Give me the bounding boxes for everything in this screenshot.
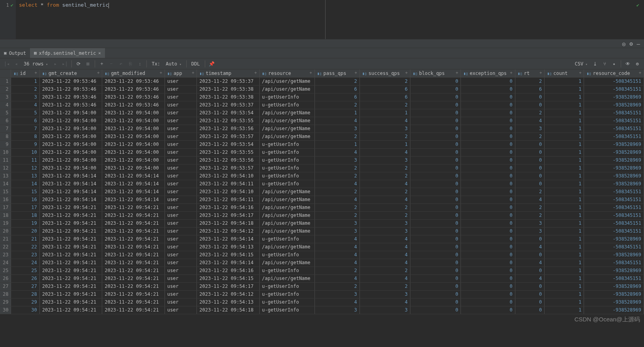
reload-button[interactable]: ⟳ (74, 60, 83, 68)
cell-count[interactable]: 1 (545, 290, 584, 298)
col-header-pass_qps[interactable]: ▮▯pass_qps÷ (315, 69, 359, 77)
cell-pass_qps[interactable]: 2 (315, 203, 359, 211)
row-number[interactable]: 12 (0, 164, 11, 172)
col-header-rt[interactable]: ▮▯rt÷ (515, 69, 545, 77)
cell-exception_qps[interactable]: 0 (461, 196, 515, 203)
table-row[interactable]: 23232023-11-22 09:54:212023-11-22 09:54:… (0, 251, 644, 259)
cell-pass_qps[interactable]: 4 (315, 274, 359, 282)
cell-id[interactable]: 15 (11, 188, 39, 196)
cell-rt[interactable]: 0 (515, 267, 545, 274)
cell-block_qps[interactable]: 0 (410, 298, 461, 306)
cell-block_qps[interactable]: 0 (410, 109, 461, 117)
cell-resource[interactable]: u-getUserInfo (259, 172, 315, 180)
cell-gmt_modified[interactable]: 2023-11-22 09:54:21 (102, 259, 165, 267)
cell-gmt_modified[interactable]: 2023-11-22 09:54:00 (102, 132, 165, 140)
cell-app[interactable]: user (165, 180, 197, 188)
table-row[interactable]: 17172023-11-22 09:54:212023-11-22 09:54:… (0, 203, 644, 211)
cell-pass_qps[interactable]: 6 (315, 85, 359, 93)
cell-id[interactable]: 8 (11, 132, 39, 140)
cell-count[interactable]: 1 (545, 203, 584, 211)
row-number[interactable]: 18 (0, 211, 11, 219)
cell-pass_qps[interactable]: 2 (315, 101, 359, 109)
cell-rt[interactable]: 0 (515, 164, 545, 172)
cell-count[interactable]: 1 (545, 77, 584, 85)
cell-gmt_create[interactable]: 2023-11-22 09:54:00 (39, 148, 102, 156)
cell-timestamp[interactable]: 2023-11-22 09:54:15 (197, 274, 259, 282)
cell-rt[interactable]: 2 (515, 132, 545, 140)
table-row[interactable]: 19192023-11-22 09:54:212023-11-22 09:54:… (0, 219, 644, 227)
cell-gmt_modified[interactable]: 2023-11-22 09:54:00 (102, 148, 165, 156)
cell-rt[interactable]: 4 (515, 274, 545, 282)
cell-block_qps[interactable]: 0 (410, 227, 461, 235)
cell-resource_code[interactable]: -508345151 (584, 243, 644, 251)
cell-app[interactable]: user (165, 156, 197, 164)
tab-output[interactable]: ▣ Output (0, 48, 30, 58)
cell-count[interactable]: 1 (545, 235, 584, 243)
cell-rt[interactable]: 0 (515, 298, 545, 306)
cell-exception_qps[interactable]: 0 (461, 203, 515, 211)
cell-gmt_modified[interactable]: 2023-11-22 09:54:00 (102, 125, 165, 132)
cell-block_qps[interactable]: 0 (410, 196, 461, 203)
cell-exception_qps[interactable]: 0 (461, 243, 515, 251)
cell-block_qps[interactable]: 0 (410, 164, 461, 172)
col-header-count[interactable]: ▮▯count÷ (545, 69, 584, 77)
view-button[interactable]: 👁 (623, 60, 632, 68)
cell-id[interactable]: 22 (11, 243, 39, 251)
cell-id[interactable]: 12 (11, 164, 39, 172)
cell-exception_qps[interactable]: 0 (461, 132, 515, 140)
cell-pass_qps[interactable]: 2 (315, 172, 359, 180)
cell-block_qps[interactable]: 0 (410, 243, 461, 251)
cell-rt[interactable]: 0 (515, 101, 545, 109)
cell-app[interactable]: user (165, 274, 197, 282)
cell-success_qps[interactable]: 2 (359, 203, 410, 211)
sort-icon[interactable]: ÷ (255, 71, 257, 75)
cell-exception_qps[interactable]: 0 (461, 211, 515, 219)
result-grid[interactable]: ▮▯id÷▮▯gmt_create÷▮▯gmt_modified÷▮▯app÷▮… (0, 69, 644, 347)
cell-block_qps[interactable]: 0 (410, 251, 461, 259)
cell-resource[interactable]: /api/user/getName (259, 219, 315, 227)
cell-success_qps[interactable]: 4 (359, 243, 410, 251)
row-number[interactable]: 14 (0, 180, 11, 188)
cell-block_qps[interactable]: 0 (410, 211, 461, 219)
cell-app[interactable]: user (165, 140, 197, 148)
cell-resource_code[interactable]: -938528969 (584, 235, 644, 243)
table-row[interactable]: 662023-11-22 09:54:002023-11-22 09:54:00… (0, 117, 644, 125)
cell-rt[interactable]: 0 (515, 148, 545, 156)
cell-gmt_create[interactable]: 2023-11-22 09:53:46 (39, 101, 102, 109)
cell-count[interactable]: 1 (545, 227, 584, 235)
cell-timestamp[interactable]: 2023-11-22 09:54:14 (197, 235, 259, 243)
cell-success_qps[interactable]: 6 (359, 85, 410, 93)
cell-app[interactable]: user (165, 196, 197, 203)
cell-exception_qps[interactable]: 0 (461, 172, 515, 180)
cell-resource_code[interactable]: -938528969 (584, 267, 644, 274)
cell-id[interactable]: 13 (11, 172, 39, 180)
cell-id[interactable]: 4 (11, 101, 39, 109)
cell-block_qps[interactable]: 0 (410, 77, 461, 85)
tab-result-table[interactable]: ▦ xfdp.sentinel_metric ✕ (30, 48, 105, 58)
cell-gmt_create[interactable]: 2023-11-22 09:54:00 (39, 132, 102, 140)
cell-resource[interactable]: u-getUserInfo (259, 298, 315, 306)
cell-success_qps[interactable]: 2 (359, 164, 410, 172)
cell-app[interactable]: user (165, 117, 197, 125)
cell-count[interactable]: 1 (545, 85, 584, 93)
cell-pass_qps[interactable]: 2 (315, 164, 359, 172)
row-number[interactable]: 21 (0, 235, 11, 243)
cell-pass_qps[interactable]: 4 (315, 259, 359, 267)
cell-rt[interactable]: 0 (515, 235, 545, 243)
cell-resource_code[interactable]: -508345151 (584, 227, 644, 235)
cell-pass_qps[interactable]: 3 (315, 227, 359, 235)
cell-exception_qps[interactable]: 0 (461, 267, 515, 274)
row-number[interactable]: 30 (0, 306, 11, 314)
cell-gmt_modified[interactable]: 2023-11-22 09:54:21 (102, 227, 165, 235)
cell-resource_code[interactable]: -938528969 (584, 93, 644, 101)
cell-timestamp[interactable]: 2023-11-22 09:53:56 (197, 156, 259, 164)
cell-resource_code[interactable]: -938528969 (584, 290, 644, 298)
cell-app[interactable]: user (165, 219, 197, 227)
cell-block_qps[interactable]: 0 (410, 188, 461, 196)
table-row[interactable]: 15152023-11-22 09:54:142023-11-22 09:54:… (0, 188, 644, 196)
table-row[interactable]: 20202023-11-22 09:54:212023-11-22 09:54:… (0, 227, 644, 235)
cell-app[interactable]: user (165, 85, 197, 93)
cell-gmt_create[interactable]: 2023-11-22 09:54:21 (39, 219, 102, 227)
cell-resource[interactable]: /api/user/getName (259, 125, 315, 132)
cell-success_qps[interactable]: 2 (359, 188, 410, 196)
